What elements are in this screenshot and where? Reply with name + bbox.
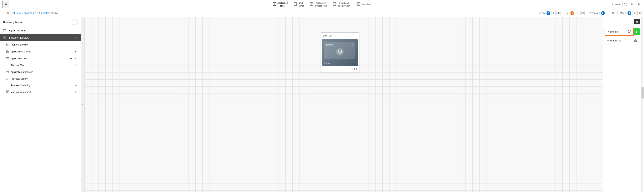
process-undeploy-actions: ⋮ →	[69, 83, 78, 87]
tier-webtier-updown[interactable]: ⇅	[74, 63, 78, 67]
fullscreen-button[interactable]	[622, 2, 628, 7]
tab-app-process-runs[interactable]: Applicationprocess runs	[307, 0, 330, 9]
project-label: Project: Trial Guide	[8, 29, 78, 32]
counter-sep-3	[618, 11, 618, 15]
snapshots-label: Snapshots	[361, 3, 371, 6]
sidebar-item-process-deploy[interactable]: 1. Process: Deploy ⋮ →	[0, 75, 80, 82]
sidebar-item-map-to-env[interactable]: Map to environment + ⇅	[0, 89, 80, 95]
schedules-grid-icon	[634, 39, 637, 42]
tab-dsl-editor[interactable]: DSLeditor	[291, 0, 307, 9]
service-add-button[interactable]: +	[551, 11, 556, 15]
tier-list-button[interactable]	[580, 11, 584, 15]
process-deploy-arrow[interactable]: →	[74, 77, 78, 81]
new-run-container: New Run ▶	[604, 28, 640, 36]
dsl-editor-label: DSLeditor	[298, 2, 304, 7]
schedules-button[interactable]: 0 Schedules	[604, 37, 640, 44]
new-run-button[interactable]: New Run	[604, 28, 634, 36]
dsl-editor-icon	[294, 2, 298, 6]
tab-app-editor[interactable]: Applicationeditor	[270, 0, 291, 9]
count-value: 2	[326, 62, 327, 64]
tier-webtier-label: Tier: webTier	[11, 64, 68, 67]
app-processes-expand[interactable]: ✕	[74, 70, 78, 74]
process-label: Process	[589, 12, 598, 15]
tab-snapshots[interactable]: Snapshots	[354, 0, 374, 9]
map-to-env-add[interactable]: +	[69, 90, 73, 94]
application-close-icon[interactable]: ✕	[74, 36, 78, 40]
map-add-button[interactable]: +	[632, 11, 636, 15]
new-run-refresh-icon	[628, 30, 630, 33]
sidebar-item-process-undeploy[interactable]: 2. Process: Undeploy ⋮ →	[0, 82, 80, 89]
svg-point-30	[613, 13, 614, 14]
tier-webtier-num: 1.	[6, 64, 9, 66]
svg-rect-44	[8, 52, 9, 53]
zoom-dropdown-icon: ▾	[612, 3, 614, 6]
map-to-env-expand[interactable]: ⇅	[74, 90, 78, 94]
app-tiers-expand[interactable]: ✕	[74, 57, 78, 60]
sidebar-item-app-processes[interactable]: Application processes + ✕	[0, 69, 80, 75]
tab-smartmap[interactable]: SmartMaptopology view	[330, 0, 354, 9]
tier-webtier-actions: ⋮ ⇅	[69, 63, 78, 67]
map-count: 1	[628, 11, 631, 15]
process-undeploy-arrow[interactable]: →	[74, 83, 78, 87]
sidebar-section-project: Project: Trial Guide	[0, 27, 80, 34]
tier-card-menu[interactable]: ⋮	[354, 34, 357, 38]
app-tiers-label: Application Tiers	[10, 57, 68, 60]
sidebar-item-app-services[interactable]: Application services +	[0, 48, 80, 55]
sidebar-item-property-browser[interactable]: Property Browser →	[0, 41, 80, 48]
app-tiers-actions: + ✕	[69, 57, 78, 60]
sidebar-item-project[interactable]: Project: Trial Guide	[0, 27, 80, 34]
breadcrumb-applications[interactable]: Applications	[24, 12, 36, 15]
counter-sep-1	[563, 11, 563, 15]
svg-rect-60	[634, 39, 636, 40]
app-editor-label: Applicationeditor	[278, 2, 288, 7]
sidebar-item-tier-webtier[interactable]: 1. Tier: webTier ⋮ ⇅	[0, 62, 80, 69]
tier-add-button[interactable]: +	[575, 11, 579, 15]
app-services-add[interactable]: +	[74, 50, 78, 54]
svg-rect-43	[6, 52, 8, 53]
process-add-button[interactable]: +	[606, 11, 610, 15]
process-gear-button[interactable]	[611, 11, 615, 15]
right-panel-actions: New Run ▶ 0 Schedules	[603, 26, 641, 46]
count-icon	[328, 61, 330, 64]
process-deploy-menu[interactable]: ⋮	[69, 77, 73, 81]
breadcrumb-trial-guide[interactable]: Trial Guide	[10, 12, 22, 15]
nav-right: ▾ 100%	[612, 2, 642, 7]
top-nav: ☰ Applicationeditor DSLeditor Applicatio…	[0, 0, 644, 9]
application-actions: ⋮ ✕	[69, 36, 78, 40]
zoom-in-button[interactable]	[630, 2, 635, 7]
zoom-out-button[interactable]	[636, 2, 642, 7]
app-process-runs-label: Applicationprocess runs	[315, 2, 327, 7]
app-process-runs-icon	[310, 2, 314, 6]
sidebar-collapse-button[interactable]: ‹	[72, 19, 78, 25]
tier-webtier-menu[interactable]: ⋮	[69, 63, 73, 67]
count-dropdown[interactable]: ▾	[324, 62, 325, 64]
map-dropdown-icon[interactable]: ▾	[625, 12, 626, 14]
tier-card-header: webTier ⋮	[321, 33, 359, 39]
app-tiers-add[interactable]: +	[69, 57, 73, 60]
app-editor-icon	[273, 2, 276, 6]
new-run-label: New Run	[608, 30, 618, 33]
tier-card-webtier: webTier ⋮ Tomcat ⋮	[321, 32, 359, 73]
process-dropdown-icon[interactable]: ▾	[599, 12, 600, 14]
panel-toggle-button[interactable]	[634, 19, 640, 24]
back-button[interactable]: ←	[2, 12, 4, 15]
breadcrumb-sep-3: /	[51, 12, 52, 15]
sidebar-collapse-handle[interactable]: ‹	[81, 17, 85, 192]
nav-tabs: Applicationeditor DSLeditor Applicationp…	[270, 0, 374, 9]
process-undeploy-menu[interactable]: ⋮	[69, 83, 73, 87]
app-processes-add[interactable]: +	[69, 70, 73, 74]
hamburger-button[interactable]: ☰	[2, 1, 9, 8]
tier-add-service-btn[interactable]: +	[352, 68, 353, 71]
breadcrumb-jpetstore[interactable]: jpetstore	[41, 12, 50, 15]
map-grid-button[interactable]	[638, 11, 642, 15]
service-menu[interactable]: ⋮	[351, 43, 354, 46]
property-browser-arrow[interactable]: →	[74, 43, 78, 47]
play-button[interactable]: ▶	[634, 28, 640, 35]
scrollbar-thumb[interactable]	[642, 87, 644, 99]
sidebar-item-app-tiers[interactable]: Application Tiers + ✕	[0, 55, 80, 62]
application-menu-icon[interactable]: ⋮	[69, 36, 73, 40]
sidebar-item-application[interactable]: Application: jpetstore ⋮ ✕	[0, 34, 80, 41]
service-grid-button[interactable]	[556, 11, 561, 15]
hamburger-icon: ☰	[4, 3, 7, 6]
map-counter: Map ▾ 1 +	[620, 11, 642, 15]
